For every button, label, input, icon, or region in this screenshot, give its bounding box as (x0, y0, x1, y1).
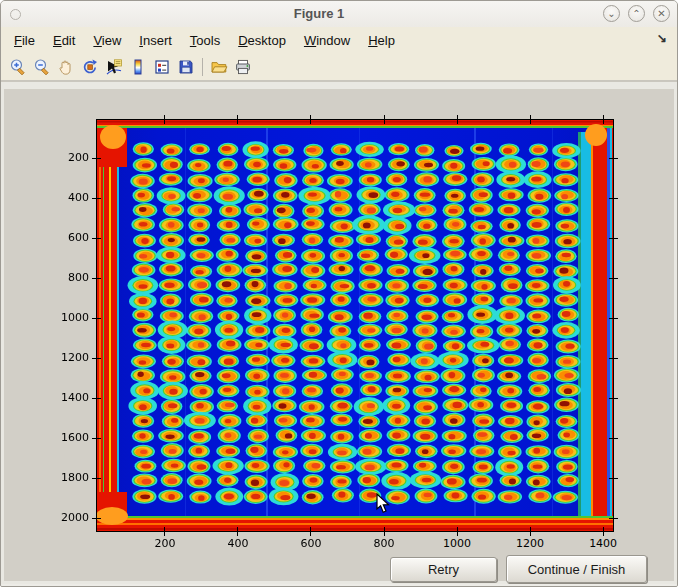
figure-window: Figure 1 ⌄ ⌃ ✕ FileEditViewInsertToolsDe… (0, 0, 678, 587)
menu-item-file[interactable]: File (5, 29, 44, 52)
x-tick-label: 400 (227, 537, 248, 550)
y-tick (92, 438, 101, 439)
y-tick (92, 158, 101, 159)
continue-finish-button[interactable]: Continue / Finish (506, 555, 647, 583)
window-controls: ⌄ ⌃ ✕ (603, 5, 670, 22)
toolbar-separator (202, 58, 203, 76)
close-button[interactable]: ✕ (653, 5, 670, 22)
y-tick (609, 238, 618, 239)
insert-legend-icon[interactable] (150, 56, 174, 78)
y-tick-label: 800 (45, 271, 89, 285)
y-tick-label: 200 (45, 151, 89, 165)
y-tick (92, 518, 101, 519)
insert-colorbar-icon[interactable] (126, 56, 150, 78)
y-tick-label: 600 (45, 231, 89, 245)
x-tick (310, 527, 311, 536)
x-tick (603, 115, 604, 124)
x-tick-label: 1200 (516, 537, 544, 550)
y-tick (609, 278, 618, 279)
x-tick (457, 115, 458, 124)
y-tick (609, 438, 618, 439)
y-tick (609, 198, 618, 199)
y-tick (609, 158, 618, 159)
dock-figure-icon[interactable]: ↘ (657, 31, 667, 45)
y-tick (92, 478, 101, 479)
y-tick-label: 1400 (45, 391, 89, 405)
y-tick (92, 238, 101, 239)
pan-icon[interactable] (54, 56, 78, 78)
y-tick (92, 198, 101, 199)
data-cursor-icon[interactable] (102, 56, 126, 78)
toolbar-bottom-strip (1, 81, 677, 89)
menu-bar-items: FileEditViewInsertToolsDesktopWindowHelp (5, 29, 404, 52)
microarray-scan-image (97, 120, 613, 531)
x-tick (237, 527, 238, 536)
x-tick (384, 115, 385, 124)
zoom-out-icon[interactable] (30, 56, 54, 78)
menu-item-window[interactable]: Window (295, 29, 359, 52)
menu-item-tools[interactable]: Tools (181, 29, 229, 52)
window-title: Figure 1 (1, 6, 637, 21)
x-tick (237, 115, 238, 124)
menu-item-insert[interactable]: Insert (130, 29, 181, 52)
y-tick-label: 2000 (45, 511, 89, 525)
x-tick (164, 115, 165, 124)
save-figure-icon[interactable] (174, 56, 198, 78)
x-tick-label: 200 (154, 537, 175, 550)
menu-item-help[interactable]: Help (359, 29, 404, 52)
y-tick-label: 1600 (45, 431, 89, 445)
retry-button[interactable]: Retry (390, 557, 497, 582)
print-figure-icon[interactable] (231, 56, 255, 78)
x-tick-label: 600 (300, 537, 321, 550)
y-tick (92, 318, 101, 319)
figure-toolbar (1, 53, 677, 81)
menu-item-desktop[interactable]: Desktop (229, 29, 295, 52)
menu-bar: FileEditViewInsertToolsDesktopWindowHelp… (1, 27, 677, 53)
y-tick-label: 1000 (45, 311, 89, 325)
x-tick-label: 1000 (443, 537, 471, 550)
x-tick-label: 800 (374, 537, 395, 550)
x-tick-label: 1400 (589, 537, 617, 550)
y-tick-label: 1200 (45, 351, 89, 365)
title-bar: Figure 1 ⌄ ⌃ ✕ (1, 1, 677, 28)
y-tick (609, 478, 618, 479)
y-tick (92, 358, 101, 359)
x-tick (530, 115, 531, 124)
x-tick (310, 115, 311, 124)
x-tick (603, 527, 604, 536)
figure-canvas-area: 2004006008001000120014002004006008001000… (1, 89, 677, 584)
rotate-3d-icon[interactable] (78, 56, 102, 78)
zoom-in-icon[interactable] (6, 56, 30, 78)
menu-item-view[interactable]: View (84, 29, 130, 52)
y-tick-label: 400 (45, 191, 89, 205)
y-tick (609, 518, 618, 519)
y-tick-label: 1800 (45, 471, 89, 485)
y-tick (609, 318, 618, 319)
y-tick (609, 358, 618, 359)
minimize-button[interactable]: ⌄ (603, 5, 620, 22)
axes-box: 2004006008001000120014002004006008001000… (96, 119, 614, 532)
x-tick (164, 527, 165, 536)
x-tick (384, 527, 385, 536)
x-tick (530, 527, 531, 536)
menu-item-edit[interactable]: Edit (44, 29, 84, 52)
open-folder-icon[interactable] (207, 56, 231, 78)
y-tick (92, 278, 101, 279)
y-tick (609, 398, 618, 399)
maximize-button[interactable]: ⌃ (628, 5, 645, 22)
x-tick (457, 527, 458, 536)
y-tick (92, 398, 101, 399)
